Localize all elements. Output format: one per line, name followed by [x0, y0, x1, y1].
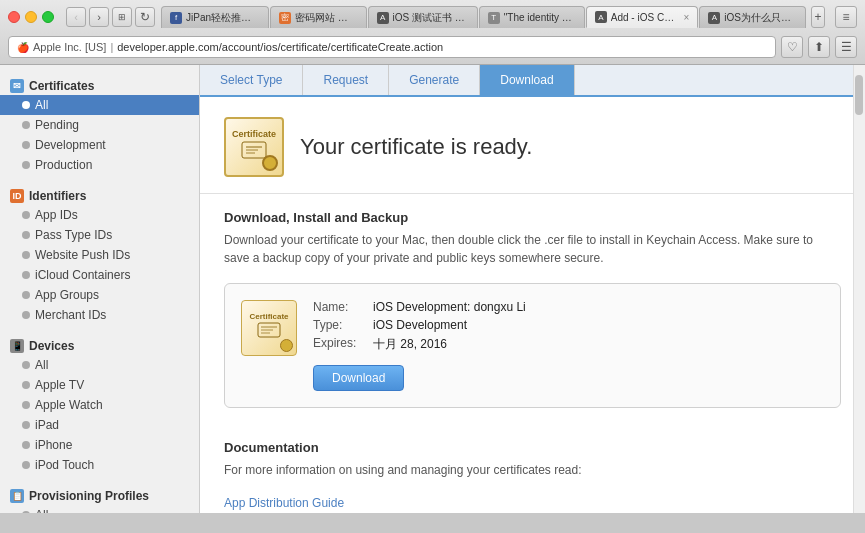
- sidebar-item-app-ids[interactable]: App IDs: [0, 205, 199, 225]
- tab-label-4: "The identity used to sign thi...: [504, 12, 576, 23]
- browser-tab-2[interactable]: 密 密码网站 — Lanev30.Com: [270, 6, 367, 28]
- sidebar-item-apple-watch[interactable]: Apple Watch: [0, 395, 199, 415]
- address-bar-row: 🍎 Apple Inc. [US] | developer.apple.com/…: [8, 32, 857, 64]
- sidebar-dot: [22, 291, 30, 299]
- address-text: developer.apple.com/account/ios/certific…: [117, 41, 443, 53]
- cert-card: Certificate Name: iOS Development: don: [224, 283, 841, 408]
- sidebar-item-ipad[interactable]: iPad: [0, 415, 199, 435]
- share-button[interactable]: ⬆: [808, 36, 830, 58]
- cert-name-value: iOS Development: dongxu Li: [373, 300, 526, 314]
- fullscreen-button[interactable]: [42, 11, 54, 23]
- sidebar-item-development[interactable]: Development: [0, 135, 199, 155]
- browser-tab-3[interactable]: A iOS 测试证书 您可以注册几个...: [368, 6, 478, 28]
- tab-close-5[interactable]: ×: [684, 12, 690, 23]
- sidebar-item-pass-type-ids[interactable]: Pass Type IDs: [0, 225, 199, 245]
- new-tab-button[interactable]: +: [811, 6, 825, 28]
- address-separator: |: [110, 41, 113, 53]
- scroll-thumb[interactable]: [855, 75, 863, 115]
- tab-favicon-3: A: [377, 12, 389, 24]
- sidebar-item-app-groups-label: App Groups: [35, 288, 99, 302]
- browser-tab-1[interactable]: f JiPan轻松推送[发卡售卖][Anr...: [161, 6, 269, 28]
- sidebar-toggle-button[interactable]: ☰: [835, 36, 857, 58]
- sidebar-item-all-devices[interactable]: All: [0, 355, 199, 375]
- step-tab-select-type[interactable]: Select Type: [200, 65, 303, 95]
- sidebar-item-app-groups[interactable]: App Groups: [0, 285, 199, 305]
- sidebar-section-identifiers-label: Identifiers: [29, 189, 86, 203]
- browser-chrome: ‹ › ⊞ ↻ f JiPan轻松推送[发卡售卖][Anr... 密 密码网站 …: [0, 0, 865, 65]
- download-section-text: Download your certificate to your Mac, t…: [224, 231, 841, 267]
- minimize-button[interactable]: [25, 11, 37, 23]
- bookmark-button[interactable]: ♡: [781, 36, 803, 58]
- tab-label-6: iOS为什么只能创建一个测试...: [724, 11, 797, 25]
- sidebar-dot: [22, 141, 30, 149]
- download-section-title: Download, Install and Backup: [224, 210, 841, 225]
- sidebar-dot: [22, 511, 30, 513]
- cert-icon-line1: Certificate: [232, 129, 276, 141]
- sidebar-item-website-push-ids-label: Website Push IDs: [35, 248, 130, 262]
- sidebar-dot: [22, 401, 30, 409]
- sidebar-dot: [22, 441, 30, 449]
- browser-tab-4[interactable]: T "The identity used to sign thi...: [479, 6, 585, 28]
- cert-small-label: Certificate: [249, 312, 288, 322]
- cert-icon-large: Certificate: [224, 117, 284, 177]
- sidebar-item-all-profiles-label: All: [35, 508, 48, 513]
- tab-favicon-1: f: [170, 12, 182, 24]
- sidebar-item-icloud-containers-label: iCloud Containers: [35, 268, 130, 282]
- sidebar-item-merchant-ids[interactable]: Merchant IDs: [0, 305, 199, 325]
- sidebar-item-merchant-ids-label: Merchant IDs: [35, 308, 106, 322]
- traffic-lights: [8, 11, 54, 23]
- step-tab-request-label: Request: [323, 73, 368, 87]
- cert-icon-small: Certificate: [241, 300, 297, 356]
- window-controls[interactable]: ≡: [835, 6, 857, 28]
- sidebar-item-ipod-touch[interactable]: iPod Touch: [0, 455, 199, 475]
- download-cert-button[interactable]: Download: [313, 365, 404, 391]
- identifiers-icon: ID: [10, 189, 24, 203]
- browser-tab-6[interactable]: A iOS为什么只能创建一个测试...: [699, 6, 806, 28]
- cert-name-label: Name:: [313, 300, 373, 314]
- doc-section-title: Documentation: [224, 440, 841, 455]
- back-button[interactable]: ‹: [66, 7, 86, 27]
- sidebar-dot: [22, 231, 30, 239]
- sidebar-item-pending[interactable]: Pending: [0, 115, 199, 135]
- close-button[interactable]: [8, 11, 20, 23]
- scroll-track[interactable]: [853, 65, 865, 513]
- sidebar-section-certificates: ✉ Certificates: [0, 73, 199, 95]
- sidebar-section-identifiers: ID Identifiers: [0, 183, 199, 205]
- sidebar-dot: [22, 381, 30, 389]
- step-tab-download[interactable]: Download: [480, 65, 574, 95]
- tab-label-3: iOS 测试证书 您可以注册几个...: [393, 11, 469, 25]
- refresh-button[interactable]: ↻: [135, 7, 155, 27]
- sidebar-item-pass-type-ids-label: Pass Type IDs: [35, 228, 112, 242]
- tab-favicon-2: 密: [279, 12, 291, 24]
- step-tabs: Select Type Request Generate Download: [200, 65, 865, 97]
- sidebar-item-all-certs[interactable]: All: [0, 95, 199, 115]
- sidebar-dot: [22, 271, 30, 279]
- sidebar-item-apple-tv-label: Apple TV: [35, 378, 84, 392]
- tab-favicon-4: T: [488, 12, 500, 24]
- sidebar-item-all-profiles[interactable]: All: [0, 505, 199, 513]
- browser-tab-5[interactable]: A Add - iOS Certificates - Appl... ×: [586, 6, 699, 28]
- sidebar-dot: [22, 461, 30, 469]
- doc-link[interactable]: App Distribution Guide: [224, 496, 344, 510]
- download-section: Download, Install and Backup Download yo…: [200, 194, 865, 440]
- address-bar[interactable]: 🍎 Apple Inc. [US] | developer.apple.com/…: [8, 36, 776, 58]
- forward-button[interactable]: ›: [89, 7, 109, 27]
- step-tab-generate[interactable]: Generate: [389, 65, 480, 95]
- sidebar-item-all-certs-label: All: [35, 98, 48, 112]
- step-tab-request[interactable]: Request: [303, 65, 389, 95]
- tabs-grid-button[interactable]: ⊞: [112, 7, 132, 27]
- sidebar-item-iphone[interactable]: iPhone: [0, 435, 199, 455]
- ssl-lock-icon: 🍎: [17, 42, 29, 53]
- sidebar-item-icloud-containers[interactable]: iCloud Containers: [0, 265, 199, 285]
- step-tab-select-type-label: Select Type: [220, 73, 282, 87]
- cert-expires-row: Expires: 十月 28, 2016: [313, 336, 824, 353]
- sidebar-item-production[interactable]: Production: [0, 155, 199, 175]
- browser-tabs: f JiPan轻松推送[发卡售卖][Anr... 密 密码网站 — Lanev3…: [161, 6, 825, 28]
- sidebar-item-website-push-ids[interactable]: Website Push IDs: [0, 245, 199, 265]
- content-area: Select Type Request Generate Download Ce…: [200, 65, 865, 513]
- sidebar-dot: [22, 421, 30, 429]
- sidebar-item-iphone-label: iPhone: [35, 438, 72, 452]
- main-content: ✉ Certificates All Pending Development P…: [0, 65, 865, 513]
- sidebar-item-apple-tv[interactable]: Apple TV: [0, 375, 199, 395]
- tab-label-2: 密码网站 — Lanev30.Com: [295, 11, 358, 25]
